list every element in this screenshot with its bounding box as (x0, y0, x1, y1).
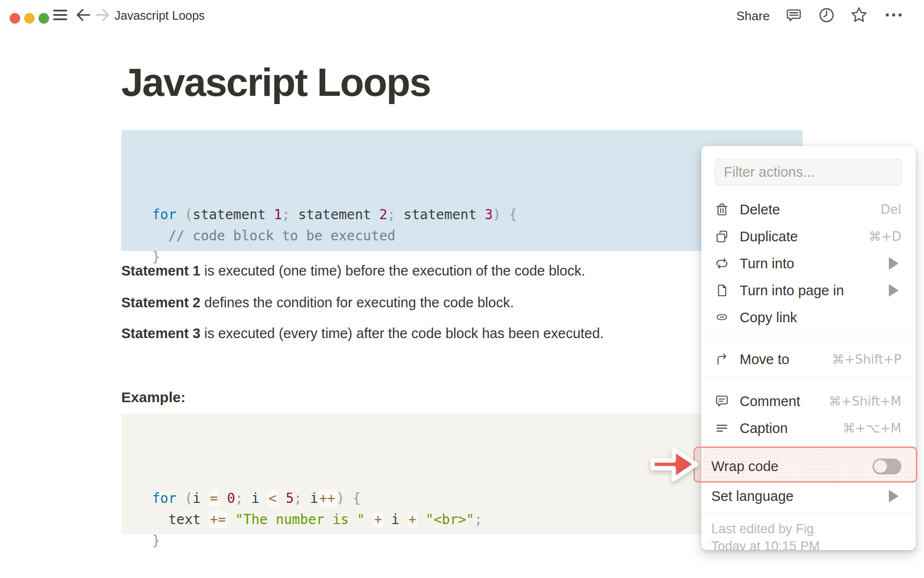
paragraph-statement-3: Statement 3 is executed (every time) aft… (121, 326, 604, 342)
caption-icon (715, 421, 729, 435)
menu-item-label: Copy link (740, 310, 797, 326)
menu-item-turn-into-page-in[interactable]: Turn into page in (701, 277, 916, 304)
statement-3-text: is executed (every time) after the code … (200, 326, 603, 341)
toggle-knob (874, 460, 887, 473)
duplicate-icon (715, 229, 729, 244)
menu-item-label: Turn into (740, 256, 794, 272)
code-block-for-example[interactable]: for (i = 0; i < 5; i++) { text += "The n… (121, 414, 803, 534)
trash-icon (715, 202, 729, 217)
breadcrumb-doc-title[interactable]: Javascript Loops (115, 9, 205, 23)
history-icon[interactable] (818, 7, 834, 23)
comments-icon[interactable] (785, 7, 802, 23)
code-block-for-syntax[interactable]: for (statement 1; statement 2; statement… (121, 130, 803, 251)
menu-item-turn-into[interactable]: Turn into (701, 250, 916, 277)
paragraph-statement-2: Statement 2 defines the condition for ex… (121, 295, 514, 311)
last-edited-by: Last edited by Fig (711, 520, 906, 538)
forward-icon[interactable] (94, 7, 111, 23)
example-heading: Example: (121, 389, 185, 406)
menu-item-wrap-code[interactable]: Wrap code (701, 450, 916, 483)
annotation-red-arrow-icon (649, 441, 699, 487)
submenu-arrow-icon (889, 284, 898, 297)
shortcut-delete: Del (881, 202, 901, 217)
menu-item-label: Turn into page in (740, 283, 844, 299)
page-icon (715, 283, 729, 298)
statement-2-text: defines the condition for executing the … (200, 295, 513, 310)
comment-icon (715, 394, 729, 408)
favorite-star-icon[interactable] (851, 7, 867, 23)
shortcut-move-to: ⌘+Shift+P (832, 352, 901, 367)
shortcut-duplicate: ⌘+D (869, 229, 901, 244)
submenu-arrow-icon (889, 257, 898, 270)
submenu-arrow-icon (889, 490, 898, 502)
last-edited-time: Today at 10:15 PM (711, 538, 906, 550)
menu-divider (701, 378, 916, 378)
zoom-button[interactable] (38, 13, 49, 24)
wrap-code-toggle[interactable] (873, 459, 901, 474)
menu-item-caption[interactable]: Caption ⌘+⌥+M (701, 415, 916, 442)
menu-item-label: Delete (740, 202, 780, 218)
menu-divider (701, 447, 916, 447)
move-to-icon (715, 352, 729, 367)
toolbar: Javascript Loops Share (0, 0, 924, 31)
menu-item-duplicate[interactable]: Duplicate ⌘+D (701, 223, 916, 250)
menu-item-delete[interactable]: Delete Del (701, 196, 916, 223)
sidebar-menu-icon[interactable] (52, 7, 68, 23)
menu-item-label: Wrap code (711, 459, 779, 474)
more-options-icon[interactable] (886, 7, 902, 23)
menu-divider (701, 336, 916, 336)
page-title: Javascript Loops (121, 60, 430, 105)
menu-item-label: Duplicate (740, 229, 798, 245)
block-context-menu: Delete Del Duplicate ⌘+D Turn into Turn … (701, 146, 916, 550)
close-button[interactable] (10, 13, 20, 24)
minimize-button[interactable] (24, 13, 35, 24)
shortcut-caption: ⌘+⌥+M (843, 421, 901, 435)
statement-2-bold: Statement 2 (121, 295, 200, 310)
turn-into-icon (715, 256, 729, 271)
menu-divider (701, 513, 916, 513)
statement-3-bold: Statement 3 (121, 326, 200, 341)
menu-item-label: Caption (740, 420, 788, 436)
menu-footer: Last edited by Fig Today at 10:15 PM (701, 520, 916, 550)
paragraph-statement-1: Statement 1 is executed (one time) befor… (121, 263, 585, 279)
shortcut-comment: ⌘+Shift+M (829, 394, 901, 408)
share-button[interactable]: Share (736, 9, 770, 24)
statement-1-text: is executed (one time) before the execut… (200, 263, 585, 278)
menu-item-move-to[interactable]: Move to ⌘+Shift+P (701, 346, 916, 373)
menu-item-set-language[interactable]: Set language (701, 483, 916, 510)
link-icon (715, 310, 729, 325)
menu-item-label: Comment (740, 394, 800, 409)
menu-item-label: Move to (740, 352, 789, 368)
back-icon[interactable] (75, 7, 91, 23)
menu-item-comment[interactable]: Comment ⌘+Shift+M (701, 388, 916, 415)
menu-item-label: Set language (711, 488, 794, 504)
statement-1-bold: Statement 1 (121, 263, 200, 278)
filter-actions-input[interactable] (715, 159, 902, 185)
menu-item-copy-link[interactable]: Copy link (701, 304, 916, 331)
